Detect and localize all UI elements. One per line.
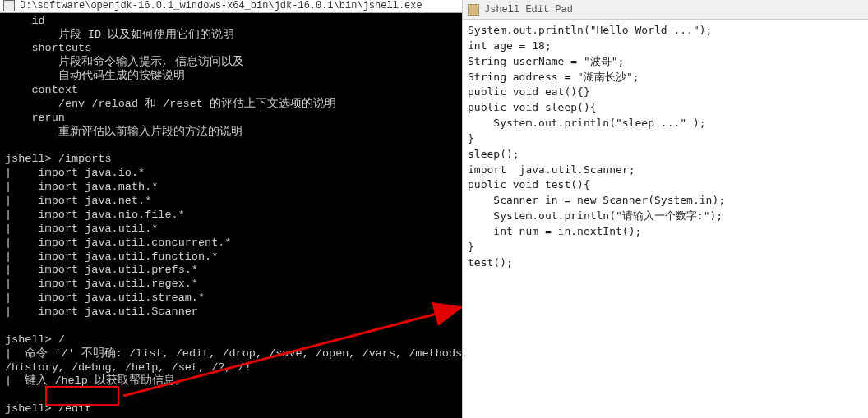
editor-line: Scanner in = new Scanner(System.in); xyxy=(468,193,863,209)
console-line: | import java.util.prefs.* xyxy=(5,264,457,278)
editor-title-text: Jshell Edit Pad xyxy=(484,4,573,16)
console-line: 片段 ID 以及如何使用它们的说明 xyxy=(5,29,457,43)
editor-content[interactable]: System.out.println("Hello World ...");in… xyxy=(463,20,868,418)
console-line: | 键入 /help 以获取帮助信息。 xyxy=(5,374,457,388)
console-line: 重新评估以前输入片段的方法的说明 xyxy=(5,126,457,140)
console-line: | import java.math.* xyxy=(5,181,457,195)
editor-line: System.out.println("sleep ..." ); xyxy=(468,116,863,131)
editor-line: test(); xyxy=(468,255,863,271)
console-line: | import java.util.regex.* xyxy=(5,278,457,292)
console-line: context xyxy=(5,84,457,98)
editor-line: String userName = "波哥"; xyxy=(468,54,863,70)
console-line: /history, /debug, /help, /set, /?, /! xyxy=(5,361,457,375)
console-line xyxy=(5,319,457,333)
console-line: | import java.net.* xyxy=(5,195,457,209)
editor-line: } xyxy=(468,131,863,147)
console-line xyxy=(5,388,457,402)
console-title-text: D:\software\openjdk-16.0.1_windows-x64_b… xyxy=(20,0,422,11)
console-window: D:\software\openjdk-16.0.1_windows-x64_b… xyxy=(0,0,462,418)
console-line: shortcuts xyxy=(5,42,457,56)
editor-line: import java.util.Scanner; xyxy=(468,163,863,178)
console-line: 片段和命令输入提示, 信息访问以及 xyxy=(5,56,457,70)
console-line xyxy=(5,140,457,154)
editor-title-bar[interactable]: Jshell Edit Pad xyxy=(463,0,868,20)
java-icon xyxy=(468,4,479,16)
console-output[interactable]: id 片段 ID 以及如何使用它们的说明 shortcuts 片段和命令输入提示… xyxy=(0,13,462,418)
console-line: rerun xyxy=(5,112,457,126)
console-line: | import java.util.* xyxy=(5,223,457,237)
editor-line: String address = "湖南长沙"; xyxy=(468,70,863,85)
editor-window: Jshell Edit Pad System.out.println("Hell… xyxy=(462,0,868,418)
console-app-icon xyxy=(3,0,15,11)
editor-line: } xyxy=(468,240,863,255)
console-line: | import java.nio.file.* xyxy=(5,209,457,223)
console-title-bar[interactable]: D:\software\openjdk-16.0.1_windows-x64_b… xyxy=(0,0,462,13)
console-line: 自动代码生成的按键说明 xyxy=(5,70,457,84)
console-line: jshell> /imports xyxy=(5,153,457,167)
console-line: /env /reload 和 /reset 的评估上下文选项的说明 xyxy=(5,98,457,112)
console-line: | import java.io.* xyxy=(5,167,457,181)
console-line: jshell> /edit xyxy=(5,402,457,416)
console-line: | import java.util.function.* xyxy=(5,250,457,264)
editor-line: public void sleep(){ xyxy=(468,100,863,116)
console-line: id xyxy=(5,15,457,29)
console-line: | import java.util.stream.* xyxy=(5,292,457,305)
editor-line: sleep(); xyxy=(468,147,863,163)
editor-line: System.out.println("Hello World ..."); xyxy=(468,23,863,39)
console-line: | import java.util.Scanner xyxy=(5,305,457,319)
editor-line: int num = in.nextInt(); xyxy=(468,224,863,240)
console-line: | import java.util.concurrent.* xyxy=(5,237,457,250)
editor-line: System.out.println("请输入一个数字:"); xyxy=(468,209,863,224)
editor-line: public void eat(){} xyxy=(468,85,863,100)
editor-line: public void test(){ xyxy=(468,177,863,193)
editor-line: int age = 18; xyxy=(468,39,863,54)
console-line: jshell> / xyxy=(5,333,457,347)
console-line: | 命令 '/' 不明确: /list, /edit, /drop, /save… xyxy=(5,347,457,361)
